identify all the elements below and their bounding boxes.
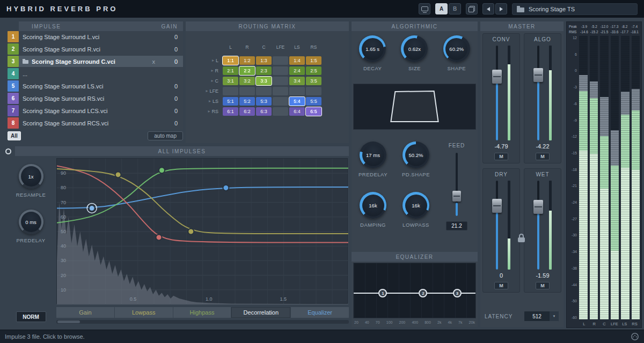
mute-button[interactable]: M [494, 153, 508, 160]
next-preset-button[interactable] [495, 3, 507, 14]
matrix-cell-5-1[interactable]: 5:1 [223, 97, 238, 106]
impulse-index-1[interactable]: 1 [8, 31, 19, 42]
impulse-index-2[interactable]: 2 [8, 43, 19, 55]
copy-preset-button[interactable] [466, 3, 478, 14]
matrix-cell-2-5[interactable]: 2:5 [306, 66, 321, 75]
impulse-index-5[interactable]: 5 [8, 80, 19, 92]
preset-b-button[interactable]: B [449, 3, 461, 14]
matrix-cell-empty[interactable] [273, 66, 288, 75]
matrix-cell-6-3[interactable]: 6:3 [256, 107, 272, 116]
matrix-cell-3-5[interactable]: 3:5 [306, 77, 321, 85]
tab-lowpass[interactable]: Lowpass [115, 307, 173, 318]
matrix-cell-1-3[interactable]: 1:3 [256, 56, 272, 65]
fader-handle[interactable] [533, 68, 543, 82]
all-button[interactable]: All [8, 131, 21, 140]
matrix-cell-2-4[interactable]: 2:4 [289, 66, 305, 75]
matrix-cell-1-2[interactable]: 1:2 [239, 56, 255, 65]
matrix-cell-empty[interactable] [273, 97, 288, 106]
fader-handle[interactable] [533, 200, 543, 214]
eq-band-1[interactable]: 1 [378, 289, 387, 297]
prev-preset-button[interactable] [482, 3, 494, 14]
fader-handle[interactable] [492, 199, 502, 213]
matrix-cell-5-4[interactable]: 5:4 [289, 97, 305, 106]
volume-fader[interactable] [533, 181, 543, 270]
volume-fader[interactable] [533, 46, 543, 140]
impulse-index-8[interactable]: 8 [8, 117, 19, 129]
decorrelation-olive-handle[interactable] [115, 172, 121, 177]
impulse-gain-value[interactable]: 0 [167, 83, 178, 90]
gain-value[interactable]: -4.22 [536, 143, 549, 151]
matrix-cell-empty[interactable] [239, 87, 255, 95]
impulse-gain-value[interactable]: 0 [167, 120, 178, 126]
decorrelation-olive-handle[interactable] [188, 229, 194, 235]
matrix-cell-empty[interactable] [273, 56, 288, 65]
matrix-cell-2-2[interactable]: 2:2 [239, 66, 255, 75]
impulse-row-6[interactable]: Scoring Stage Surround RS.vci0 [19, 93, 183, 104]
gain-value[interactable]: 0 [500, 272, 503, 280]
auto-map-button[interactable]: auto map [148, 131, 183, 140]
impulse-index-3[interactable]: 3 [8, 56, 19, 67]
matrix-cell-3-4[interactable]: 3:4 [289, 77, 305, 85]
matrix-cell-5-3[interactable]: 5:3 [256, 97, 272, 106]
tab-highpass[interactable]: Highpass [173, 307, 231, 318]
matrix-cell-6-2[interactable]: 6:2 [239, 107, 255, 116]
gain-value[interactable]: -4.79 [494, 143, 508, 151]
gain-value[interactable]: -1.59 [536, 272, 549, 280]
matrix-cell-empty[interactable] [306, 87, 321, 95]
matrix-cell-empty[interactable] [223, 87, 238, 95]
matrix-cell-6-5[interactable]: 6:5 [306, 107, 321, 116]
lowpass-knob[interactable]: 16kLOWPASS [397, 192, 435, 228]
predelay-impulse-knob[interactable]: 0 ms PREDELAY [12, 210, 50, 243]
impulse-row-3[interactable]: Scoring Stage Surround C.vcix0 [19, 56, 183, 67]
matrix-cell-2-3[interactable]: 2:3 [256, 66, 272, 75]
matrix-row-label-r[interactable]: ▸R [211, 68, 222, 73]
matrix-cell-empty[interactable] [273, 77, 288, 85]
feed-thumb[interactable] [452, 191, 461, 202]
matrix-row-label-c[interactable]: ▸C [211, 78, 222, 84]
room-shape-polygon[interactable] [391, 91, 438, 122]
feed-slider[interactable] [452, 153, 462, 216]
matrix-cell-6-4[interactable]: 6:4 [289, 107, 305, 116]
predelay-knob[interactable]: 17 msPREDELAY [354, 141, 392, 177]
eq-band-2[interactable]: 2 [419, 289, 427, 297]
impulses-enable-toggle[interactable] [5, 148, 11, 154]
impulse-row-4[interactable]: ... [19, 68, 183, 79]
decorrelation-red-handle[interactable] [156, 234, 162, 240]
matrix-cell-6-1[interactable]: 6:1 [223, 107, 238, 116]
volume-fader[interactable] [492, 181, 502, 270]
matrix-cell-5-5[interactable]: 5:5 [306, 97, 321, 106]
volume-fader[interactable] [492, 46, 502, 140]
matrix-cell-empty[interactable] [273, 107, 288, 116]
matrix-cell-1-4[interactable]: 1:4 [289, 56, 305, 65]
pd-shape-knob[interactable]: 50.2%PD.SHAPE [397, 141, 435, 177]
decorrelation-green-handle[interactable] [159, 167, 165, 173]
decorrelation-blue-handle[interactable] [223, 185, 229, 191]
resample-knob[interactable]: 1x RESAMPLE [12, 164, 50, 198]
matrix-cell-empty[interactable] [256, 87, 272, 95]
matrix-cell-1-5[interactable]: 1:5 [306, 56, 321, 65]
impulse-index-6[interactable]: 6 [8, 93, 19, 104]
fader-handle[interactable] [492, 70, 502, 84]
impulse-gain-value[interactable]: 0 [167, 95, 178, 102]
matrix-row-label-lfe[interactable]: ▸LFE [206, 88, 222, 94]
preset-a-button[interactable]: A [435, 3, 448, 14]
matrix-row-label-rs[interactable]: ▸RS [208, 109, 222, 114]
matrix-cell-3-2[interactable]: 3:2 [239, 77, 255, 85]
tab-decorrelation[interactable]: Decorrelation [231, 307, 290, 318]
impulse-index-7[interactable]: 7 [8, 105, 19, 116]
decay-knob[interactable]: 1.65 sDECAY [353, 35, 392, 71]
equalizer-display[interactable]: 123 [353, 263, 476, 318]
link-lock-icon[interactable] [518, 234, 525, 242]
detach-window-button[interactable] [419, 3, 430, 14]
remove-impulse-button[interactable]: x [152, 58, 156, 65]
mute-button[interactable]: M [536, 282, 550, 289]
reverb-shape-display[interactable] [353, 84, 476, 130]
impulse-gain-value[interactable]: 0 [167, 108, 178, 114]
impulse-index-4[interactable]: 4 [8, 68, 19, 79]
matrix-cell-1-1[interactable]: 1:1 [223, 56, 238, 65]
mute-button[interactable]: M [536, 153, 550, 160]
impulse-row-8[interactable]: Scoring Stage Surround RCS.vci0 [19, 117, 183, 129]
matrix-cell-empty[interactable] [273, 87, 288, 95]
size-knob[interactable]: 0.62xSIZE [395, 35, 434, 71]
latency-dropdown[interactable]: 512 ▼ [524, 311, 559, 322]
